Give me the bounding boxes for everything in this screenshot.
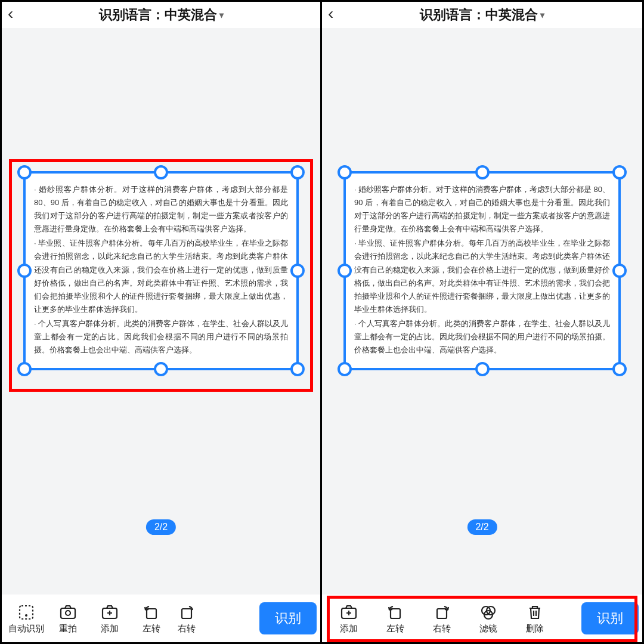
screenshot-right: ‹ 识别语言：中英混合▾ · 婚纱照客户群体分析。对于这样的消费客户群体，考虑到… xyxy=(322,0,644,644)
rotate-left-label: 左转 xyxy=(143,623,160,634)
rotate-right-label: 右转 xyxy=(178,623,196,634)
page-indicator: 2/2 xyxy=(467,519,497,535)
svg-rect-6 xyxy=(182,609,191,618)
rotate-left-icon xyxy=(142,603,161,622)
svg-rect-9 xyxy=(437,609,447,618)
crop-handle-bc[interactable] xyxy=(154,362,168,376)
language-selector[interactable]: 识别语言：中英混合▾ xyxy=(99,6,224,24)
recognize-label: 识别 xyxy=(275,609,301,627)
rotate-left-icon xyxy=(386,603,405,622)
trash-icon xyxy=(525,603,544,622)
crop-handle-tc[interactable] xyxy=(154,165,168,179)
add-button[interactable]: 添加 xyxy=(326,603,372,634)
bottom-toolbar: 添加 左转 右转 滤镜 删除 识别 xyxy=(322,595,642,642)
crop-handle-tc[interactable] xyxy=(475,165,490,179)
rotate-left-button[interactable]: 左转 xyxy=(372,603,419,634)
auto-detect-label: 自动识别 xyxy=(8,623,44,634)
title-label: 识别语言： xyxy=(99,7,165,22)
screenshot-left: ‹ 识别语言：中英混合▾ · 婚纱照客户群体分析。对于这样的消费客户群体，考虑到… xyxy=(0,0,322,644)
filter-label: 滤镜 xyxy=(479,623,497,634)
rotate-left-button[interactable]: 左转 xyxy=(131,603,172,634)
chevron-down-icon: ▾ xyxy=(219,10,224,20)
crop-handle-tl[interactable] xyxy=(338,165,352,179)
crop-handle-bc[interactable] xyxy=(475,362,490,376)
retake-button[interactable]: 重拍 xyxy=(47,603,89,634)
crop-handle-tr[interactable] xyxy=(612,165,627,179)
camera-plus-icon xyxy=(100,603,119,622)
back-icon[interactable]: ‹ xyxy=(328,4,333,23)
crop-handle-ml[interactable] xyxy=(338,264,352,278)
language-selector[interactable]: 识别语言：中英混合▾ xyxy=(420,6,544,24)
svg-rect-2 xyxy=(61,608,75,618)
delete-label: 删除 xyxy=(526,623,544,634)
crop-handle-bl[interactable] xyxy=(17,362,32,376)
back-icon[interactable]: ‹ xyxy=(8,4,13,23)
svg-point-3 xyxy=(66,611,70,615)
language-value: 中英混合 xyxy=(165,7,217,22)
title-label: 识别语言： xyxy=(420,7,485,22)
crop-handle-ml[interactable] xyxy=(17,264,32,278)
rotate-left-label: 左转 xyxy=(386,623,404,634)
bottom-toolbar: 自动识别 重拍 添加 左转 右转 识别 xyxy=(2,595,320,642)
crop-handle-mr[interactable] xyxy=(290,264,305,278)
crop-handle-mr[interactable] xyxy=(612,264,627,278)
camera-icon xyxy=(58,603,78,622)
delete-button[interactable]: 删除 xyxy=(512,603,558,634)
crop-frame[interactable] xyxy=(23,171,299,370)
recognize-button[interactable]: 识别 xyxy=(581,602,639,634)
crop-handle-br[interactable] xyxy=(290,362,305,376)
svg-rect-5 xyxy=(147,609,156,618)
add-label: 添加 xyxy=(340,623,358,634)
language-value: 中英混合 xyxy=(485,7,538,22)
rotate-right-icon xyxy=(177,603,196,622)
crop-handle-br[interactable] xyxy=(612,362,627,376)
auto-detect-icon xyxy=(17,603,36,622)
crop-handle-bl[interactable] xyxy=(338,362,352,376)
rotate-right-label: 右转 xyxy=(433,623,451,634)
filter-icon xyxy=(479,603,498,622)
add-button[interactable]: 添加 xyxy=(89,603,131,634)
chevron-down-icon: ▾ xyxy=(540,10,544,20)
svg-point-1 xyxy=(25,614,27,617)
retake-label: 重拍 xyxy=(59,623,77,634)
svg-rect-8 xyxy=(391,609,400,618)
rotate-right-icon xyxy=(432,603,451,622)
crop-handle-tl[interactable] xyxy=(17,165,32,179)
recognize-button[interactable]: 识别 xyxy=(259,602,317,634)
crop-frame[interactable] xyxy=(343,171,621,370)
svg-rect-0 xyxy=(20,606,33,619)
crop-handle-tr[interactable] xyxy=(290,165,305,179)
page-indicator: 2/2 xyxy=(146,519,176,535)
recognize-label: 识别 xyxy=(597,609,623,627)
rotate-right-button[interactable]: 右转 xyxy=(172,603,201,634)
auto-detect-button[interactable]: 自动识别 xyxy=(5,603,47,634)
add-label: 添加 xyxy=(101,623,119,634)
camera-plus-icon xyxy=(339,603,358,622)
rotate-right-button[interactable]: 右转 xyxy=(419,603,465,634)
filter-button[interactable]: 滤镜 xyxy=(465,603,512,634)
